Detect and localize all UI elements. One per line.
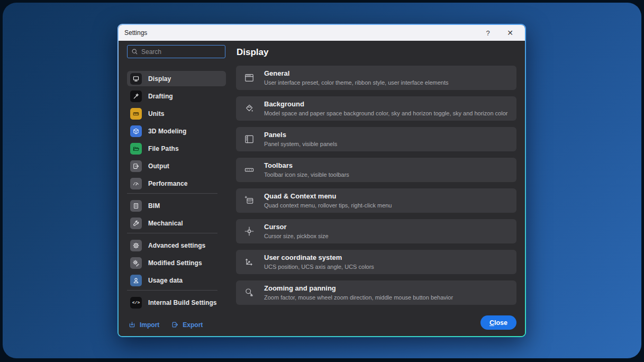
card-subtitle: UCS position, UCS axis angle, UCS colors	[264, 263, 374, 270]
window-ribbon-icon	[243, 73, 255, 83]
sidebar-item-label: File Paths	[148, 145, 179, 152]
export-button[interactable]: Export	[171, 321, 203, 329]
card-subtitle: Quad context menu, rollover tips, right-…	[264, 202, 392, 209]
zoom-pan-icon	[243, 287, 255, 298]
card-subtitle: User interface preset, color theme, ribb…	[264, 79, 449, 86]
import-icon	[128, 321, 136, 329]
drafting-compass-icon	[130, 91, 142, 102]
card-zooming-and-panning[interactable]: Zooming and panning Zoom factor, mouse w…	[236, 280, 516, 305]
export-label: Export	[183, 321, 203, 329]
settings-window: Settings ? ✕ Display	[117, 24, 526, 337]
sidebar-item-advanced-settings[interactable]: Advanced settings	[127, 238, 226, 253]
sidebar-item-label: Output	[148, 162, 169, 170]
cube-3d-icon	[130, 125, 142, 137]
help-button[interactable]: ?	[479, 26, 497, 39]
close-window-button[interactable]: ✕	[501, 26, 519, 39]
crosshair-icon	[243, 226, 255, 237]
sidebar-footer: Import Export	[127, 321, 228, 329]
card-background[interactable]: Background Model space and paper space b…	[236, 96, 516, 121]
sidebar-item-units[interactable]: Units	[127, 106, 226, 121]
ucs-axes-icon	[243, 257, 255, 267]
sidebar-item-internal-build-settings[interactable]: </> Internal Build Settings	[127, 295, 226, 310]
close-button[interactable]: Close	[480, 315, 516, 330]
sidebar-item-label: Advanced settings	[148, 242, 205, 249]
export-icon	[171, 321, 179, 329]
monitor-icon	[130, 73, 142, 85]
sidebar-item-label: Performance	[148, 180, 187, 187]
sidebar-item-label: Units	[148, 110, 165, 117]
card-title: Background	[264, 100, 507, 109]
gear-pencil-icon	[130, 257, 142, 269]
sidebar-item-label: Mechanical	[148, 220, 183, 227]
sidebar-item-label: Usage data	[148, 277, 183, 284]
card-title: Zooming and panning	[264, 284, 453, 293]
panels-icon	[243, 134, 255, 144]
card-quad-context-menu[interactable]: Quad & Context menu Quad context menu, r…	[236, 188, 516, 213]
sidebar-item-label: Display	[148, 75, 171, 83]
sidebar-item-3d-modeling[interactable]: 3D Modeling	[127, 123, 226, 139]
card-title: User coordinate system	[264, 254, 374, 263]
user-icon	[130, 275, 142, 286]
card-user-coordinate-system[interactable]: User coordinate system UCS position, UCS…	[236, 250, 516, 274]
card-title: Cursor	[264, 223, 329, 232]
sidebar-item-label: BIM	[148, 202, 160, 210]
gear-icon	[130, 240, 142, 251]
close-button-label: Close	[489, 319, 507, 327]
folder-icon	[130, 143, 142, 155]
import-button[interactable]: Import	[128, 321, 159, 329]
code-icon: </>	[130, 297, 142, 309]
search-icon	[131, 48, 138, 55]
search-input[interactable]	[141, 48, 221, 56]
sidebar-item-output[interactable]: Output	[127, 158, 226, 174]
card-subtitle: Model space and paper space background c…	[264, 110, 507, 117]
sidebar-nav: Display Drafting Units	[127, 71, 226, 321]
sidebar-item-bim[interactable]: BIM	[127, 198, 226, 213]
card-title: General	[264, 69, 449, 78]
card-title: Quad & Context menu	[264, 192, 392, 201]
sidebar-item-modified-settings[interactable]: Modified Settings	[127, 255, 226, 270]
page-title: Display	[237, 47, 516, 58]
sidebar-divider	[127, 193, 217, 194]
sidebar-item-usage-data[interactable]: Usage data	[127, 273, 226, 288]
titlebar[interactable]: Settings ? ✕	[119, 25, 525, 41]
sidebar-item-label: Drafting	[148, 93, 173, 100]
card-subtitle: Panel system, visible panels	[264, 140, 337, 148]
performance-gauge-icon	[130, 178, 142, 189]
sidebar-item-file-paths[interactable]: File Paths	[127, 141, 226, 156]
card-title: Panels	[264, 131, 337, 140]
bim-building-icon	[130, 200, 142, 212]
sidebar-item-mechanical[interactable]: Mechanical	[127, 215, 226, 231]
card-subtitle: Cursor size, pickbox size	[264, 232, 329, 240]
sidebar-item-display[interactable]: Display	[127, 71, 226, 86]
card-subtitle: Zoom factor, mouse wheel zoom direction,…	[264, 294, 453, 301]
output-icon	[130, 160, 142, 172]
search-box[interactable]	[127, 45, 225, 58]
context-menu-icon	[243, 195, 255, 206]
window-title: Settings	[124, 29, 147, 37]
card-toolbars[interactable]: Toolbars Toolbar icon size, visible tool…	[236, 158, 516, 182]
sidebar: Display Drafting Units	[119, 41, 228, 336]
card-general[interactable]: General User interface preset, color the…	[236, 66, 516, 90]
main-panel: Display General User interface preset, c…	[228, 41, 525, 336]
sidebar-item-label: 3D Modeling	[148, 128, 186, 135]
paint-bucket-icon	[243, 103, 255, 114]
sidebar-divider	[127, 233, 217, 233]
sidebar-divider	[127, 290, 217, 291]
wrench-icon	[130, 218, 142, 229]
sidebar-item-label: Internal Build Settings	[148, 299, 217, 306]
sidebar-item-performance[interactable]: Performance	[127, 176, 226, 191]
card-cursor[interactable]: Cursor Cursor size, pickbox size	[236, 219, 516, 243]
card-title: Toolbars	[264, 161, 349, 170]
import-label: Import	[140, 321, 159, 329]
sidebar-item-label: Modified Settings	[148, 259, 202, 267]
ruler-icon	[130, 108, 142, 120]
card-panels[interactable]: Panels Panel system, visible panels	[236, 127, 516, 151]
card-subtitle: Toolbar icon size, visible toolbars	[264, 171, 349, 178]
sidebar-item-drafting[interactable]: Drafting	[127, 88, 226, 104]
toolbar-strip-icon	[243, 165, 255, 175]
